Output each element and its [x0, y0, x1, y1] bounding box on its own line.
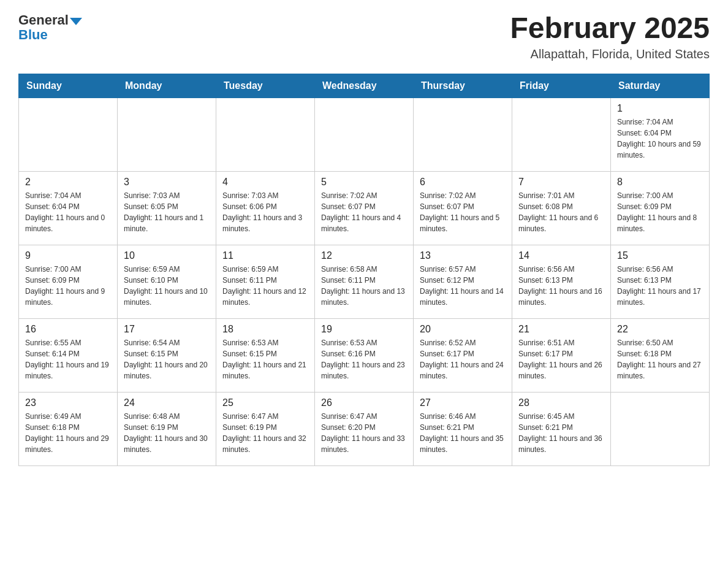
day-number: 17 — [124, 324, 210, 335]
day-number: 3 — [124, 177, 210, 188]
day-number: 1 — [617, 103, 703, 114]
day-number: 14 — [518, 250, 604, 261]
day-number: 16 — [25, 324, 111, 335]
day-info: Sunrise: 7:02 AM Sunset: 6:07 PM Dayligh… — [321, 190, 407, 234]
day-number: 13 — [420, 250, 506, 261]
calendar-cell: 15Sunrise: 6:56 AM Sunset: 6:13 PM Dayli… — [611, 245, 710, 318]
calendar-subtitle: Allapattah, Florida, United States — [510, 47, 710, 61]
day-info: Sunrise: 6:58 AM Sunset: 6:11 PM Dayligh… — [321, 264, 407, 308]
day-info: Sunrise: 6:47 AM Sunset: 6:19 PM Dayligh… — [222, 411, 308, 455]
day-info: Sunrise: 7:01 AM Sunset: 6:08 PM Dayligh… — [518, 190, 604, 234]
day-info: Sunrise: 7:03 AM Sunset: 6:05 PM Dayligh… — [124, 190, 210, 234]
day-of-week-header: Wednesday — [315, 74, 414, 98]
calendar-cell: 11Sunrise: 6:59 AM Sunset: 6:11 PM Dayli… — [216, 245, 315, 318]
calendar-cell — [512, 98, 611, 171]
calendar-cell: 16Sunrise: 6:55 AM Sunset: 6:14 PM Dayli… — [19, 318, 118, 392]
day-info: Sunrise: 6:53 AM Sunset: 6:16 PM Dayligh… — [321, 337, 407, 381]
calendar-week-row: 1Sunrise: 7:04 AM Sunset: 6:04 PM Daylig… — [19, 98, 710, 171]
day-info: Sunrise: 6:47 AM Sunset: 6:20 PM Dayligh… — [321, 411, 407, 455]
calendar-cell — [118, 98, 216, 171]
calendar-cell: 28Sunrise: 6:45 AM Sunset: 6:21 PM Dayli… — [512, 392, 611, 465]
day-number: 5 — [321, 177, 407, 188]
day-of-week-header: Saturday — [611, 74, 710, 98]
calendar-cell — [315, 98, 414, 171]
day-number: 21 — [518, 324, 604, 335]
day-number: 27 — [420, 397, 506, 408]
calendar-week-row: 9Sunrise: 7:00 AM Sunset: 6:09 PM Daylig… — [19, 245, 710, 318]
day-number: 9 — [25, 250, 111, 261]
calendar-cell: 1Sunrise: 7:04 AM Sunset: 6:04 PM Daylig… — [611, 98, 710, 171]
day-info: Sunrise: 6:57 AM Sunset: 6:12 PM Dayligh… — [420, 264, 506, 308]
day-number: 7 — [518, 177, 604, 188]
day-of-week-header: Thursday — [414, 74, 512, 98]
calendar-cell — [216, 98, 315, 171]
calendar-cell: 9Sunrise: 7:00 AM Sunset: 6:09 PM Daylig… — [19, 245, 118, 318]
calendar-cell: 25Sunrise: 6:47 AM Sunset: 6:19 PM Dayli… — [216, 392, 315, 465]
day-of-week-header: Monday — [118, 74, 216, 98]
calendar-cell: 10Sunrise: 6:59 AM Sunset: 6:10 PM Dayli… — [118, 245, 216, 318]
day-info: Sunrise: 7:03 AM Sunset: 6:06 PM Dayligh… — [222, 190, 308, 234]
day-info: Sunrise: 6:54 AM Sunset: 6:15 PM Dayligh… — [124, 337, 210, 381]
day-info: Sunrise: 6:56 AM Sunset: 6:13 PM Dayligh… — [518, 264, 604, 308]
calendar-cell: 26Sunrise: 6:47 AM Sunset: 6:20 PM Dayli… — [315, 392, 414, 465]
day-number: 6 — [420, 177, 506, 188]
calendar-cell: 12Sunrise: 6:58 AM Sunset: 6:11 PM Dayli… — [315, 245, 414, 318]
day-number: 10 — [124, 250, 210, 261]
day-number: 12 — [321, 250, 407, 261]
calendar-cell: 2Sunrise: 7:04 AM Sunset: 6:04 PM Daylig… — [19, 171, 118, 245]
calendar-cell — [611, 392, 710, 465]
day-info: Sunrise: 7:02 AM Sunset: 6:07 PM Dayligh… — [420, 190, 506, 234]
day-number: 25 — [222, 397, 308, 408]
calendar-cell: 20Sunrise: 6:52 AM Sunset: 6:17 PM Dayli… — [414, 318, 512, 392]
day-number: 4 — [222, 177, 308, 188]
day-info: Sunrise: 7:04 AM Sunset: 6:04 PM Dayligh… — [25, 190, 111, 234]
day-number: 2 — [25, 177, 111, 188]
day-of-week-header: Friday — [512, 74, 611, 98]
day-info: Sunrise: 6:52 AM Sunset: 6:17 PM Dayligh… — [420, 337, 506, 381]
logo-blue-text: Blue — [18, 27, 48, 43]
calendar-cell: 13Sunrise: 6:57 AM Sunset: 6:12 PM Dayli… — [414, 245, 512, 318]
day-info: Sunrise: 6:50 AM Sunset: 6:18 PM Dayligh… — [617, 337, 703, 381]
day-info: Sunrise: 7:00 AM Sunset: 6:09 PM Dayligh… — [25, 264, 111, 308]
calendar-cell: 22Sunrise: 6:50 AM Sunset: 6:18 PM Dayli… — [611, 318, 710, 392]
calendar-cell: 27Sunrise: 6:46 AM Sunset: 6:21 PM Dayli… — [414, 392, 512, 465]
day-info: Sunrise: 6:53 AM Sunset: 6:15 PM Dayligh… — [222, 337, 308, 381]
day-info: Sunrise: 6:49 AM Sunset: 6:18 PM Dayligh… — [25, 411, 111, 455]
day-info: Sunrise: 6:59 AM Sunset: 6:11 PM Dayligh… — [222, 264, 308, 308]
page-header: General Blue February 2025 Allapattah, F… — [18, 12, 710, 61]
day-info: Sunrise: 6:51 AM Sunset: 6:17 PM Dayligh… — [518, 337, 604, 381]
day-number: 28 — [518, 397, 604, 408]
calendar-table: SundayMondayTuesdayWednesdayThursdayFrid… — [18, 74, 710, 466]
day-info: Sunrise: 6:59 AM Sunset: 6:10 PM Dayligh… — [124, 264, 210, 308]
calendar-week-row: 23Sunrise: 6:49 AM Sunset: 6:18 PM Dayli… — [19, 392, 710, 465]
logo-arrow-icon — [70, 18, 82, 25]
day-number: 20 — [420, 324, 506, 335]
day-number: 18 — [222, 324, 308, 335]
calendar-cell: 19Sunrise: 6:53 AM Sunset: 6:16 PM Dayli… — [315, 318, 414, 392]
calendar-week-row: 2Sunrise: 7:04 AM Sunset: 6:04 PM Daylig… — [19, 171, 710, 245]
calendar-cell: 23Sunrise: 6:49 AM Sunset: 6:18 PM Dayli… — [19, 392, 118, 465]
calendar-cell: 7Sunrise: 7:01 AM Sunset: 6:08 PM Daylig… — [512, 171, 611, 245]
day-info: Sunrise: 6:46 AM Sunset: 6:21 PM Dayligh… — [420, 411, 506, 455]
calendar-cell: 24Sunrise: 6:48 AM Sunset: 6:19 PM Dayli… — [118, 392, 216, 465]
calendar-cell: 6Sunrise: 7:02 AM Sunset: 6:07 PM Daylig… — [414, 171, 512, 245]
calendar-cell: 8Sunrise: 7:00 AM Sunset: 6:09 PM Daylig… — [611, 171, 710, 245]
calendar-cell: 17Sunrise: 6:54 AM Sunset: 6:15 PM Dayli… — [118, 318, 216, 392]
calendar-cell: 21Sunrise: 6:51 AM Sunset: 6:17 PM Dayli… — [512, 318, 611, 392]
day-number: 24 — [124, 397, 210, 408]
calendar-cell — [19, 98, 118, 171]
calendar-week-row: 16Sunrise: 6:55 AM Sunset: 6:14 PM Dayli… — [19, 318, 710, 392]
day-number: 23 — [25, 397, 111, 408]
day-number: 15 — [617, 250, 703, 261]
day-number: 22 — [617, 324, 703, 335]
day-number: 8 — [617, 177, 703, 188]
day-number: 19 — [321, 324, 407, 335]
logo-general-text: General — [18, 12, 69, 28]
calendar-header-row: SundayMondayTuesdayWednesdayThursdayFrid… — [19, 74, 710, 98]
day-info: Sunrise: 6:48 AM Sunset: 6:19 PM Dayligh… — [124, 411, 210, 455]
calendar-cell: 5Sunrise: 7:02 AM Sunset: 6:07 PM Daylig… — [315, 171, 414, 245]
day-info: Sunrise: 7:00 AM Sunset: 6:09 PM Dayligh… — [617, 190, 703, 234]
calendar-cell: 14Sunrise: 6:56 AM Sunset: 6:13 PM Dayli… — [512, 245, 611, 318]
day-of-week-header: Tuesday — [216, 74, 315, 98]
title-section: February 2025 Allapattah, Florida, Unite… — [510, 12, 710, 61]
